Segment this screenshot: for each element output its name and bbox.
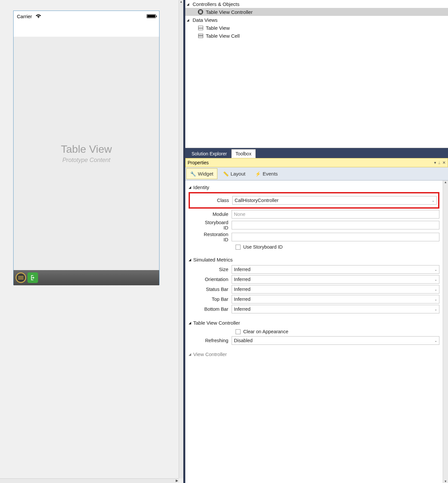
- combo-value: Inferred: [234, 267, 250, 272]
- chevron-down-icon: ⌄: [434, 298, 437, 301]
- chevron-down-icon: ⌄: [432, 199, 434, 202]
- clear-on-appearance-label: Clear on Appearance: [243, 329, 288, 334]
- properties-body: ◢ Identity Class CallHistoryController ⌄: [185, 181, 448, 483]
- ptab-label: Widget: [198, 171, 213, 177]
- outline-item-tablecell[interactable]: Table View Cell: [185, 32, 448, 40]
- panel-tabs: Solution Explorer Toolbox: [185, 148, 448, 158]
- orientation-combo[interactable]: Inferred⌄: [232, 275, 439, 284]
- checkbox-icon[interactable]: [236, 329, 241, 334]
- chevron-down-icon: ◢: [189, 185, 193, 189]
- top-bar-label: Top Bar: [199, 297, 232, 302]
- properties-title: Properties: [188, 160, 209, 165]
- properties-scrollbar[interactable]: [443, 181, 448, 483]
- section-identity: ◢ Identity Class CallHistoryController ⌄: [185, 181, 443, 253]
- class-label: Class: [200, 198, 232, 203]
- root: Carrier Table View Prototype Content: [0, 0, 448, 483]
- ptab-label: Layout: [231, 171, 246, 177]
- section-title: View Controller: [193, 351, 227, 357]
- pin-icon[interactable]: ⟂: [438, 160, 440, 165]
- chevron-down-icon: ⌄: [434, 288, 437, 291]
- section-title: Table View Controller: [193, 320, 240, 326]
- outline-label: Data Views: [191, 17, 218, 23]
- outline-group-data-views[interactable]: ◢ Data Views: [185, 16, 448, 24]
- status-bar-label: Status Bar: [199, 287, 232, 292]
- vc-section-header[interactable]: ◢ View Controller: [189, 350, 439, 358]
- properties-header: Properties ▾ ⟂ ✕: [185, 158, 448, 167]
- close-icon[interactable]: ✕: [442, 160, 446, 165]
- bottom-bar-label: Bottom Bar: [199, 306, 232, 312]
- storyboard-id-input[interactable]: [232, 221, 439, 229]
- outline-label: Table View Controller: [204, 9, 252, 15]
- table-view-placeholder[interactable]: Table View Prototype Content: [14, 37, 159, 270]
- wifi-icon: [35, 14, 41, 19]
- use-storyboard-id-row[interactable]: Use Storyboard ID: [189, 244, 439, 250]
- battery-icon: [147, 14, 156, 18]
- chevron-down-icon: ⌄: [434, 268, 437, 271]
- checkbox-icon[interactable]: [236, 245, 241, 250]
- restoration-id-label: Restoration ID: [199, 232, 232, 242]
- combo-value: Inferred: [234, 297, 250, 302]
- storyboard-id-label: Storyboard ID: [199, 220, 232, 230]
- ptab-layout[interactable]: 📏 Layout: [218, 167, 250, 180]
- section-table-view-controller: ◢ Table View Controller Clear on Appeara…: [185, 316, 443, 347]
- outline-item-tableview[interactable]: Table View: [185, 24, 448, 32]
- scene-dock: [14, 270, 159, 285]
- section-view-controller: ◢ View Controller: [185, 347, 443, 360]
- refreshing-label: Refreshing: [199, 338, 232, 343]
- class-combo[interactable]: CallHistoryController ⌄: [232, 196, 437, 205]
- top-bar-combo[interactable]: Inferred⌄: [232, 295, 439, 303]
- chevron-down-icon: ◢: [187, 2, 191, 6]
- outline-label: Table View Cell: [204, 33, 240, 39]
- device-frame[interactable]: Carrier Table View Prototype Content: [13, 11, 159, 285]
- first-responder-icon[interactable]: [27, 272, 38, 283]
- section-title: Simulated Metrics: [193, 257, 233, 262]
- restoration-id-input[interactable]: [232, 233, 439, 241]
- tab-solution-explorer[interactable]: Solution Explorer: [187, 149, 231, 158]
- orientation-label: Orientation: [199, 277, 232, 282]
- outline-item-tvc[interactable]: Table View Controller: [185, 8, 448, 16]
- size-label: Size: [199, 267, 232, 272]
- tab-toolbox[interactable]: Toolbox: [231, 149, 256, 158]
- combo-value: Inferred: [234, 306, 250, 312]
- ptab-widget[interactable]: 🔧 Widget: [186, 168, 217, 179]
- bottom-bar-combo[interactable]: Inferred⌄: [232, 305, 439, 313]
- tvc-section-header[interactable]: ◢ Table View Controller: [189, 319, 439, 327]
- identity-section-header[interactable]: ◢ Identity: [189, 183, 439, 191]
- module-input[interactable]: [232, 210, 439, 219]
- combo-value: Inferred: [234, 287, 250, 292]
- designer-canvas-pane: Carrier Table View Prototype Content: [0, 0, 183, 483]
- table-view-controller-icon[interactable]: [16, 272, 26, 283]
- class-row-highlight: Class CallHistoryController ⌄: [189, 192, 439, 209]
- clear-on-appearance-row[interactable]: Clear on Appearance: [189, 329, 439, 334]
- use-storyboard-id-label: Use Storyboard ID: [243, 244, 283, 250]
- table-view-title: Table View: [61, 143, 112, 155]
- chevron-down-icon: ◢: [189, 258, 193, 262]
- outline-label: Table View: [204, 25, 230, 31]
- window-options-icon[interactable]: ▾: [434, 160, 436, 165]
- module-label: Module: [199, 212, 232, 217]
- table-view-controller-icon: [197, 9, 204, 15]
- horizontal-scrollbar[interactable]: [0, 478, 179, 483]
- vertical-scrollbar[interactable]: [179, 0, 183, 478]
- carrier-label: Carrier: [17, 14, 41, 19]
- outline-label: Controllers & Objects: [191, 1, 240, 7]
- table-view-subtitle: Prototype Content: [62, 157, 110, 164]
- table-view-cell-icon: [197, 33, 204, 39]
- combo-value: Disabled: [234, 338, 252, 343]
- section-simulated-metrics: ◢ Simulated Metrics Size Inferred⌄ Orien…: [185, 253, 443, 316]
- wrench-icon: 🔧: [190, 171, 196, 177]
- table-view-icon: [197, 25, 204, 31]
- ptab-label: Events: [263, 171, 278, 177]
- property-tabs: 🔧 Widget 📏 Layout ⚡ Events: [185, 167, 448, 181]
- status-bar-combo[interactable]: Inferred⌄: [232, 285, 439, 294]
- chevron-down-icon: ⌄: [434, 339, 437, 342]
- refreshing-combo[interactable]: Disabled⌄: [232, 336, 439, 345]
- ruler-icon: 📏: [223, 171, 229, 177]
- sim-section-header[interactable]: ◢ Simulated Metrics: [189, 256, 439, 264]
- chevron-down-icon: ◢: [189, 321, 193, 325]
- chevron-down-icon: ⌄: [434, 278, 437, 281]
- ptab-events[interactable]: ⚡ Events: [250, 167, 283, 180]
- size-combo[interactable]: Inferred⌄: [232, 265, 439, 274]
- lightning-icon: ⚡: [255, 171, 261, 177]
- outline-group-controllers[interactable]: ◢ Controllers & Objects: [185, 0, 448, 8]
